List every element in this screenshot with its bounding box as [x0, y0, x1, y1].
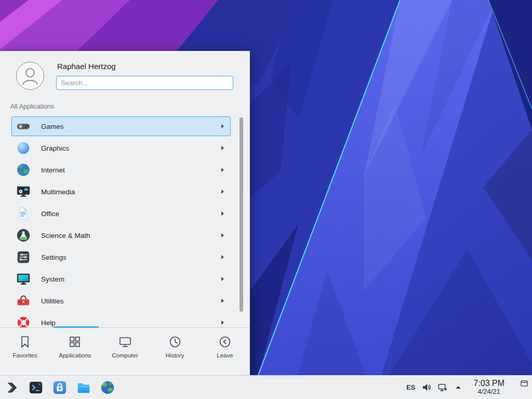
category-label: Graphics: [41, 144, 69, 152]
computer-icon: [118, 335, 132, 349]
category-science-math[interactable]: Science & Math: [11, 225, 231, 245]
search-input[interactable]: [56, 76, 233, 90]
science-icon: [15, 227, 32, 244]
browser-icon[interactable]: [99, 379, 116, 396]
category-office[interactable]: Office: [11, 204, 231, 223]
category-label: Science & Math: [41, 232, 90, 240]
category-settings[interactable]: Settings: [11, 247, 231, 267]
taskbar: ES 7:03 PM 4/24/21: [0, 375, 532, 399]
category-graphics[interactable]: Graphics: [11, 138, 231, 158]
history-icon: [168, 335, 182, 349]
discover-icon[interactable]: [51, 379, 68, 396]
section-label: All Applications: [10, 103, 54, 110]
category-label: Settings: [41, 254, 66, 261]
file-manager-icon[interactable]: [75, 379, 92, 396]
tab-favorites[interactable]: Favorites: [0, 328, 50, 375]
category-label: Utilities: [41, 297, 64, 305]
chevron-right-icon: [221, 168, 224, 172]
tab-history[interactable]: History: [150, 328, 200, 375]
chevron-right-icon: [221, 277, 224, 281]
chevron-right-icon: [221, 255, 224, 259]
multimedia-icon: [15, 183, 32, 200]
category-multimedia[interactable]: Multimedia: [11, 182, 231, 202]
tab-label: Computer: [112, 352, 138, 358]
launcher-tabbar: Favorites Applications Co: [0, 328, 250, 375]
clock[interactable]: 7:03 PM 4/24/21: [473, 379, 504, 396]
category-label: Help: [41, 319, 56, 327]
caret-up-icon[interactable]: [453, 382, 463, 393]
tab-label: Leave: [217, 352, 233, 358]
tab-label: History: [166, 352, 184, 358]
category-label: Office: [41, 210, 59, 218]
network-icon[interactable]: [437, 382, 447, 393]
kde-menu-icon[interactable]: [4, 379, 20, 396]
taskbar-launchers: [0, 379, 116, 396]
category-system[interactable]: System: [11, 269, 231, 289]
category-games[interactable]: Games: [11, 116, 231, 136]
speaker-icon[interactable]: [421, 382, 431, 393]
internet-icon: [15, 162, 32, 178]
chevron-right-icon: [221, 190, 224, 194]
user-avatar[interactable]: [16, 62, 44, 90]
graphics-icon: [15, 140, 32, 156]
show-desktop-button[interactable]: [518, 377, 530, 398]
clock-date: 4/24/21: [473, 388, 504, 396]
category-label: Multimedia: [41, 188, 75, 196]
scrollbar[interactable]: [240, 117, 243, 312]
category-label: Games: [41, 123, 64, 130]
category-internet[interactable]: Internet: [11, 160, 231, 180]
chevron-right-icon: [221, 299, 224, 303]
category-label: System: [41, 275, 64, 283]
system-icon: [15, 271, 32, 287]
chevron-right-icon: [221, 321, 224, 325]
user-icon: [17, 63, 43, 89]
games-icon: [15, 118, 32, 135]
leave-icon: [218, 335, 232, 349]
application-launcher-menu: Raphael Hertzog All Applications Games: [0, 51, 250, 375]
category-help[interactable]: Help: [11, 313, 231, 327]
app-grid-icon: [68, 335, 82, 349]
office-icon: [15, 205, 32, 222]
chevron-right-icon: [221, 124, 224, 128]
category-utilities[interactable]: Utilities: [11, 291, 231, 311]
category-label: Internet: [41, 166, 65, 174]
terminal-icon[interactable]: [28, 379, 44, 396]
chevron-right-icon: [221, 146, 224, 150]
keyboard-layout-indicator[interactable]: ES: [406, 383, 415, 391]
system-tray: ES 7:03 PM 4/24/21: [406, 377, 532, 398]
utilities-icon: [15, 292, 32, 309]
tab-applications[interactable]: Applications: [50, 328, 100, 375]
tab-computer[interactable]: Computer: [100, 328, 150, 375]
settings-icon: [15, 249, 32, 265]
help-icon: [15, 314, 32, 327]
chevron-right-icon: [221, 211, 224, 216]
clock-time: 7:03 PM: [473, 379, 504, 388]
chevron-right-icon: [221, 233, 224, 237]
tab-label: Applications: [59, 352, 91, 358]
bookmark-icon: [18, 335, 32, 349]
tab-leave[interactable]: Leave: [200, 328, 250, 375]
tab-label: Favorites: [12, 352, 37, 358]
show-desktop-icon: [520, 379, 528, 388]
category-list: Games Graphics: [0, 115, 250, 327]
user-name: Raphael Hertzog: [57, 62, 116, 71]
